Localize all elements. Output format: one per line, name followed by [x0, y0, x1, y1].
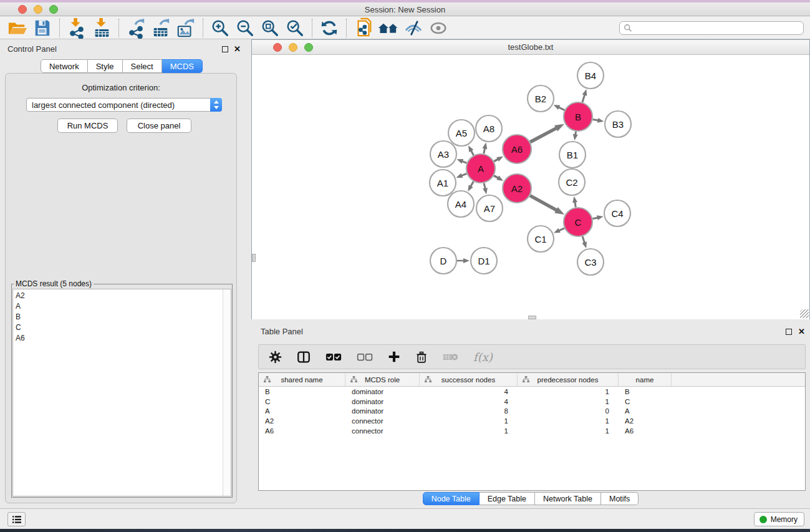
table-cell: dominator [345, 388, 420, 395]
create-column-button[interactable] [388, 351, 400, 363]
edge-arrowhead-icon [483, 188, 488, 195]
search-input[interactable] [632, 22, 803, 34]
export-network-button[interactable] [123, 17, 148, 39]
toolbar-separator [59, 19, 60, 37]
tab-style[interactable]: Style [88, 59, 123, 73]
network-graph[interactable]: B4B2BB3A5A8A6A3AB1A1C2A2A4A7C4CC1C3DD1 [252, 56, 809, 319]
import-table-button[interactable] [89, 17, 114, 39]
first-neighbors-button[interactable] [376, 17, 401, 39]
save-session-button[interactable] [30, 17, 55, 39]
column-header-shared-name[interactable]: shared name [259, 373, 345, 386]
float-panel-icon[interactable] [222, 46, 228, 52]
graph-node-label-A1: A1 [437, 178, 448, 188]
export-image-icon [176, 17, 196, 39]
zoom-selected-button[interactable] [282, 17, 307, 39]
table-cell: B [619, 388, 672, 395]
close-panel-icon[interactable]: ✕ [234, 45, 241, 53]
search-icon [624, 24, 632, 32]
float-table-panel-icon[interactable] [786, 329, 792, 335]
tab-node-table[interactable]: Node Table [423, 492, 480, 505]
optimization-criterion-select[interactable]: largest connected component (directed) [26, 98, 222, 112]
graph-node-label-A4: A4 [455, 199, 466, 210]
unselect-all-columns-button[interactable] [357, 353, 373, 361]
edge-arrowhead-icon [573, 134, 578, 140]
mcds-result-list[interactable]: A2ABCA6 [12, 289, 231, 496]
graph-edge-A6-B[interactable] [530, 128, 557, 142]
unchecked-boxes-icon [357, 353, 373, 361]
select-all-columns-button[interactable] [325, 353, 342, 361]
eye-icon [428, 19, 448, 37]
memory-button[interactable]: Memory [754, 512, 804, 526]
table-cell: dominator [345, 407, 420, 415]
edge-arrowhead-icon [456, 173, 463, 178]
mcds-result-item[interactable]: B [16, 312, 221, 322]
table-cell: C [619, 398, 672, 405]
show-all-button[interactable] [426, 17, 451, 39]
table-cell: 8 [420, 407, 518, 415]
mcds-result-item[interactable]: A6 [16, 333, 221, 344]
column-header-predecessor-nodes[interactable]: predecessor nodes [518, 373, 619, 386]
tab-network-table[interactable]: Network Table [535, 492, 601, 505]
mcds-result-item[interactable]: C [16, 322, 221, 333]
network-window-titlebar[interactable]: testGlobe.txt [252, 40, 809, 55]
column-header-name[interactable]: name [619, 373, 672, 386]
toolbar-separator [312, 19, 312, 37]
network-canvas[interactable]: B4B2BB3A5A8A6A3AB1A1C2A2A4A7C4CC1C3DD1 [252, 56, 809, 319]
canvas-vertical-scroll-mark[interactable] [252, 254, 256, 262]
search-box[interactable] [619, 21, 804, 35]
tab-motifs[interactable]: Motifs [601, 492, 639, 505]
table-row[interactable]: A6connector11A6 [259, 426, 805, 436]
table-cell: 4 [420, 388, 518, 395]
edge-arrowhead-icon [582, 89, 587, 96]
graph-node-label-C2: C2 [566, 177, 577, 188]
hide-selected-button[interactable] [401, 17, 426, 39]
canvas-horizontal-scroll-mark[interactable] [528, 316, 536, 319]
plus-icon [388, 351, 400, 363]
edge-arrowhead-icon [456, 159, 463, 163]
table-row[interactable]: A2connector11A2 [259, 416, 805, 426]
tab-select[interactable]: Select [123, 59, 162, 73]
node-table[interactable]: shared nameMCDS rolesuccessor nodesprede… [258, 372, 806, 491]
tab-network[interactable]: Network [41, 59, 88, 73]
zoom-out-button[interactable] [233, 17, 258, 39]
import-network-button[interactable] [64, 17, 89, 39]
mcds-result-item[interactable]: A [16, 301, 221, 312]
window-resize-grip[interactable] [800, 309, 809, 318]
graph-edge-B-B4[interactable] [582, 94, 585, 102]
table-row[interactable]: Bdominator41B [259, 387, 805, 397]
show-column-panel-button[interactable] [297, 351, 311, 364]
zoom-out-icon [235, 18, 255, 38]
delete-table-icon [443, 352, 458, 362]
table-toolbar: f(x) [258, 344, 806, 369]
column-header-label: name [636, 376, 654, 384]
tab-mcds[interactable]: MCDS [162, 59, 203, 73]
table-row[interactable]: Adominator80A [259, 407, 805, 417]
graph-edge-A2-C[interactable] [530, 196, 557, 211]
table-panel-title: Table Panel [261, 327, 303, 336]
import-table-icon [92, 17, 112, 39]
table-cell: 0 [518, 407, 619, 415]
close-table-panel-icon[interactable]: ✕ [798, 327, 805, 336]
column-header-MCDS-role[interactable]: MCDS role [345, 373, 420, 386]
export-image-button[interactable] [173, 17, 198, 39]
zoom-fit-button[interactable] [258, 17, 282, 39]
close-panel-button[interactable]: Close panel [127, 118, 191, 133]
column-tree-icon [523, 376, 529, 384]
task-history-button[interactable] [7, 512, 26, 526]
run-mcds-button[interactable]: Run MCDS [57, 118, 118, 133]
table-options-button[interactable] [269, 351, 282, 364]
result-list-scrollbar[interactable] [223, 289, 231, 496]
open-session-button[interactable] [5, 17, 30, 39]
zoom-in-button[interactable] [208, 17, 233, 39]
table-row[interactable]: Cdominator41C [259, 397, 805, 407]
clone-network-button[interactable] [351, 17, 376, 39]
refresh-view-button[interactable] [317, 17, 342, 39]
tab-edge-table[interactable]: Edge Table [480, 492, 535, 505]
delete-columns-button[interactable] [415, 351, 428, 364]
column-header-successor-nodes[interactable]: successor nodes [420, 373, 518, 386]
export-table-button[interactable] [148, 17, 173, 39]
mcds-result-item[interactable]: A2 [16, 291, 221, 301]
delete-table-button-disabled[interactable] [443, 352, 458, 362]
function-builder-button-disabled[interactable]: f(x) [473, 351, 493, 364]
graph-node-label-B3: B3 [612, 119, 624, 130]
